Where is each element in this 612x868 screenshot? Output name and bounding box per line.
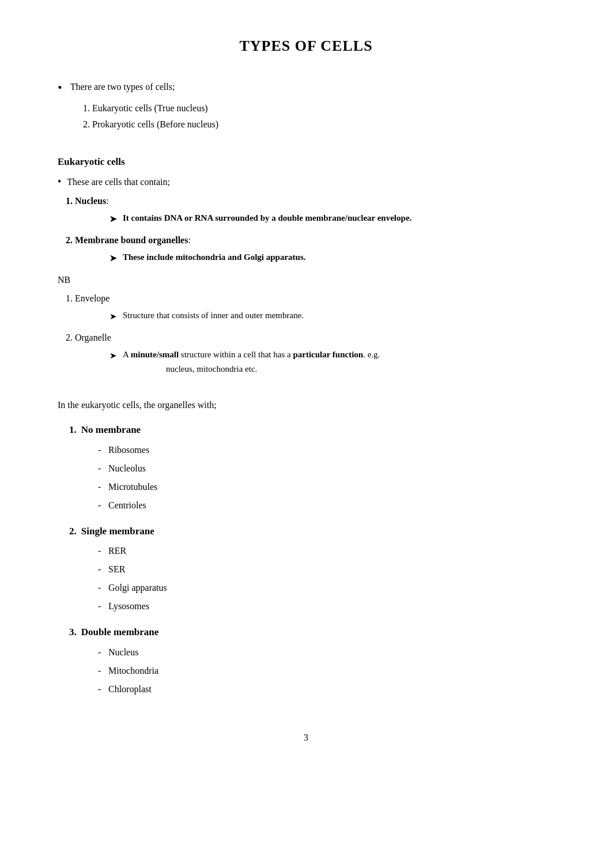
bold-particular-function: particular function xyxy=(293,350,363,359)
double-membrane-section: 3.Double membrane Nucleus Mitochondria C… xyxy=(69,625,554,696)
nb-section: NB Envelope ➤ Structure that consists of… xyxy=(58,273,554,376)
no-membrane-item-centrioles: Centrioles xyxy=(98,499,554,512)
nb-list: Envelope ➤ Structure that consists of in… xyxy=(75,292,554,376)
nucleus-label: Nucleus xyxy=(75,196,106,206)
double-membrane-list: Nucleus Mitochondria Chloroplast xyxy=(98,646,554,696)
bold-minute-small: minute/small xyxy=(131,350,179,359)
single-membrane-item-ser: SER xyxy=(98,563,554,576)
eukaryotic-sub-list: Nucleus: ➤ It contains DNA or RNA surrou… xyxy=(75,194,554,265)
nucleus-item: Nucleus: ➤ It contains DNA or RNA surrou… xyxy=(75,194,554,226)
eukaryotic-bullet: • These are cells that contain; xyxy=(58,175,554,190)
cell-type-item-2: Prokaryotic cells (Before nucleus) xyxy=(92,118,554,131)
page-title: TYPES OF CELLS xyxy=(58,35,554,57)
envelope-arrow: ➤ Structure that consists of inner and o… xyxy=(109,309,554,323)
cell-type-item-1: Eukaryotic cells (True nucleus) xyxy=(92,101,554,115)
intro-bullet-text: There are two types of cells; xyxy=(70,80,175,94)
arrow-icon-1: ➤ xyxy=(109,213,117,226)
double-membrane-item-mitochondria: Mitochondria xyxy=(98,664,554,678)
membrane-arrow-text: These include mitochondria and Golgi app… xyxy=(123,251,306,264)
bullet-dot: • xyxy=(58,78,62,97)
single-membrane-item-golgi: Golgi apparatus xyxy=(98,581,554,595)
no-membrane-item-microtubules: Microtubules xyxy=(98,480,554,494)
nb-label: NB xyxy=(58,273,554,287)
envelope-arrow-text: Structure that consists of inner and out… xyxy=(123,309,304,322)
intro-bullet: • There are two types of cells; xyxy=(58,80,554,97)
double-membrane-item-nucleus: Nucleus xyxy=(98,646,554,659)
organelle-label: Organelle xyxy=(75,333,111,342)
organelle-item: Organelle ➤ A minute/small structure wit… xyxy=(75,331,554,375)
envelope-label: Envelope xyxy=(75,293,109,303)
no-membrane-item-nucleolus: Nucleolus xyxy=(98,462,554,475)
membrane-arrow: ➤ These include mitochondria and Golgi a… xyxy=(109,251,554,265)
nucleus-arrow: ➤ It contains DNA or RNA surrounded by a… xyxy=(109,212,554,226)
no-membrane-section: 1.No membrane Ribosomes Nucleolus Microt… xyxy=(69,422,554,512)
eukaryotic-heading: Eukaryotic cells xyxy=(58,154,554,169)
cell-types-list: Eukaryotic cells (True nucleus) Prokaryo… xyxy=(92,101,554,131)
small-bullet-dot: • xyxy=(58,174,61,190)
no-membrane-list: Ribosomes Nucleolus Microtubules Centrio… xyxy=(98,443,554,512)
double-membrane-heading: 3.Double membrane xyxy=(69,625,554,640)
page-number: 3 xyxy=(58,731,554,745)
single-membrane-item-lysosomes: Lysosomes xyxy=(98,599,554,613)
eukaryotic-bullet-text: These are cells that contain; xyxy=(67,175,170,189)
double-membrane-num: 3. xyxy=(69,627,77,637)
single-membrane-list: RER SER Golgi apparatus Lysosomes xyxy=(98,544,554,613)
single-membrane-item-rer: RER xyxy=(98,544,554,558)
organelle-arrow-text: A minute/small structure within a cell t… xyxy=(123,348,380,375)
envelope-item: Envelope ➤ Structure that consists of in… xyxy=(75,292,554,323)
organelle-arrow: ➤ A minute/small structure within a cell… xyxy=(109,348,554,375)
arrow-icon-2: ➤ xyxy=(109,252,117,265)
no-membrane-num: 1. xyxy=(69,424,77,435)
single-membrane-heading: 2.Single membrane xyxy=(69,524,554,539)
single-membrane-section: 2.Single membrane RER SER Golgi apparatu… xyxy=(69,524,554,614)
no-membrane-item-ribosomes: Ribosomes xyxy=(98,443,554,457)
membrane-item: Membrane bound organelles: ➤ These inclu… xyxy=(75,233,554,265)
organelles-intro-text: In the eukaryotic cells, the organelles … xyxy=(58,398,554,412)
double-membrane-item-chloroplast: Chloroplast xyxy=(98,682,554,696)
nucleus-arrow-text: It contains DNA or RNA surrounded by a d… xyxy=(123,212,411,225)
single-membrane-num: 2. xyxy=(69,526,77,537)
no-membrane-heading: 1.No membrane xyxy=(69,422,554,437)
membrane-label: Membrane bound organelles xyxy=(75,235,188,245)
arrow-icon-3: ➤ xyxy=(109,310,117,323)
arrow-icon-4: ➤ xyxy=(109,349,117,363)
organelle-example-text: nucleus, mitochondria etc. xyxy=(166,363,380,376)
